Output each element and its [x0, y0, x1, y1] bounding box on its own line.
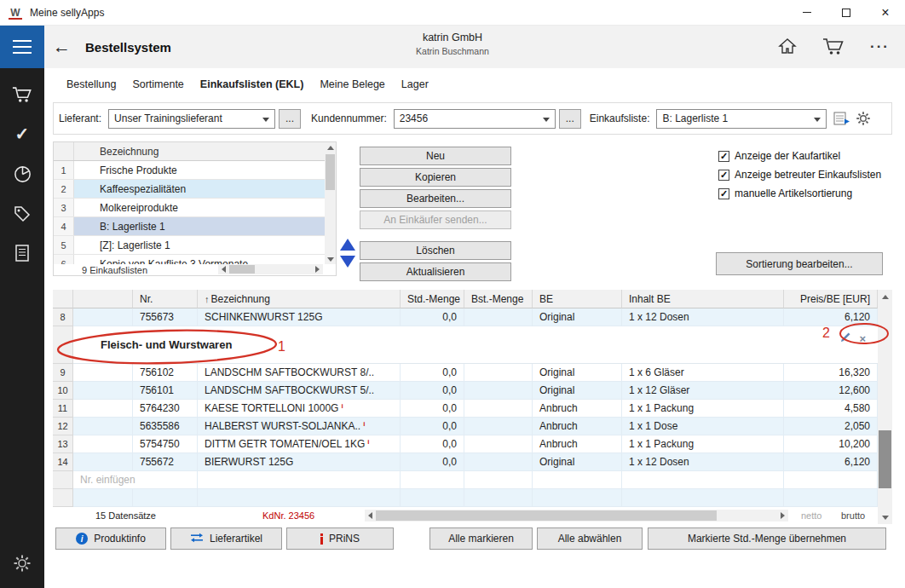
tab-lager[interactable]: Lager: [401, 78, 429, 90]
swap-arrows-icon: [190, 533, 204, 545]
insert-row-placeholder[interactable]: Nr. einfügen: [73, 471, 198, 489]
prins-button[interactable]: PRiNS: [286, 527, 394, 550]
lieferant-browse-button[interactable]: ...: [279, 109, 301, 129]
sidebar-tag-icon[interactable]: [0, 199, 44, 228]
table-row[interactable]: 11 5764230 KAESE TORTELLONI 1000Gi 0,0 A…: [53, 400, 878, 418]
insert-row[interactable]: Nr. einfügen: [53, 471, 878, 489]
table-row[interactable]: 8 755673 SCHINKENWURST 125G 0,0 Original…: [53, 308, 878, 326]
checkbox-manuelle-sortierung[interactable]: ✓ manuelle Artikelsortierung: [718, 184, 881, 203]
chevron-down-icon: [262, 118, 269, 122]
alle-markieren-button[interactable]: Alle markieren: [429, 527, 533, 550]
table-row[interactable]: 13 5754750 DITTM GETR TOMATEN/OEL 1KGi 0…: [53, 435, 878, 453]
edit-group-icon[interactable]: [840, 331, 851, 345]
sidebar-catalog-icon[interactable]: [0, 239, 44, 268]
einkaufsliste-dropdown[interactable]: B: Lagerliste 1: [656, 109, 827, 129]
lieferartikel-button[interactable]: Lieferartikel: [170, 527, 282, 550]
sidebar-check-icon[interactable]: ✓: [0, 119, 44, 148]
scroll-left-icon: [222, 266, 226, 273]
ekl-count-label: 9 Einkaufslisten: [82, 265, 147, 275]
sortierung-bearbeiten-button[interactable]: Sortierung bearbeiten...: [716, 252, 883, 275]
ekl-vertical-scrollbar[interactable]: [325, 142, 336, 265]
scroll-right-icon: [781, 512, 785, 519]
scroll-down-icon: [882, 516, 889, 520]
home-icon[interactable]: [778, 37, 797, 57]
table-row[interactable]: 14 755672 BIERWURST 125G 0,0 Original 1 …: [53, 453, 878, 471]
move-down-button[interactable]: [340, 256, 355, 268]
sidebar-cart-icon[interactable]: [0, 79, 44, 108]
ekl-list-item[interactable]: 1 Frische Produkte: [54, 161, 325, 180]
einkaufsliste-label: Einkaufsliste:: [590, 112, 650, 124]
loeschen-button[interactable]: Löschen: [360, 241, 511, 260]
prins-icon: [320, 533, 323, 545]
ekl-list-header[interactable]: Bezeichnung: [54, 142, 325, 161]
ekl-list-item-selected[interactable]: 4 B: Lagerliste 1: [54, 217, 325, 236]
checkbox-anzeige-kaufartikel[interactable]: ✓ Anzeige der Kaufartikel: [718, 147, 881, 165]
tab-sortimente[interactable]: Sortimente: [132, 78, 183, 90]
col-bezeichnung[interactable]: ↑Bezeichnung: [198, 290, 401, 308]
back-button[interactable]: ←: [53, 26, 71, 68]
article-flag-icon: i: [363, 420, 365, 428]
table-row[interactable]: 10 756101 LANDSCHM SAFTBOCKWURST 5/.. 0,…: [53, 382, 878, 400]
hamburger-icon: [13, 40, 32, 42]
minimize-icon: [803, 12, 811, 13]
filter-gear-icon[interactable]: [856, 111, 871, 126]
produktinfo-button[interactable]: i Produktinfo: [55, 527, 166, 550]
scrollbar-thumb[interactable]: [376, 510, 717, 521]
window-title: Meine sellyApps: [30, 7, 104, 19]
aktualisieren-button[interactable]: Aktualisieren: [360, 262, 511, 281]
ekl-horizontal-scrollbar[interactable]: [218, 264, 323, 274]
new-list-icon[interactable]: [833, 111, 850, 126]
cart-icon[interactable]: [822, 37, 844, 58]
col-inhalt-be[interactable]: Inhalt BE: [622, 290, 784, 308]
lieferant-dropdown[interactable]: Unser Trainingslieferant: [108, 109, 275, 129]
article-flag-icon: i: [341, 402, 343, 410]
scrollbar-thumb[interactable]: [879, 430, 891, 488]
move-up-button[interactable]: [340, 239, 355, 251]
record-count: 15 Datensätze: [95, 510, 156, 521]
table-horizontal-scrollbar[interactable]: [365, 510, 788, 522]
tab-bestellung[interactable]: Bestellung: [66, 78, 116, 90]
table-vertical-scrollbar[interactable]: [878, 290, 892, 524]
window-titlebar: W Meine sellyApps ×: [0, 0, 905, 26]
settings-gear-icon[interactable]: [0, 549, 44, 578]
markierte-uebernehmen-button[interactable]: Markierte Std.-Menge übernehmen: [648, 527, 886, 550]
kopieren-button[interactable]: Kopieren: [360, 168, 511, 187]
bearbeiten-button[interactable]: Bearbeiten...: [360, 189, 511, 208]
sidebar-piechart-icon[interactable]: [0, 159, 44, 188]
delete-group-icon[interactable]: ×: [859, 333, 866, 344]
kundennummer-browse-button[interactable]: ...: [559, 109, 581, 129]
group-title: Fleisch- und Wurstwaren: [101, 338, 232, 351]
checkbox-anzeige-betreuter[interactable]: ✓ Anzeige betreuter Einkaufslisten: [718, 165, 881, 184]
user-name: Katrin Buschmann: [325, 46, 580, 56]
kdnr-label: KdNr. 23456: [262, 510, 314, 521]
more-options-button[interactable]: ···: [870, 38, 890, 55]
ekl-list-item[interactable]: 3 Molkereiprodukte: [54, 199, 325, 217]
minimize-button[interactable]: [787, 0, 827, 26]
filter-bar: Lieferant: Unser Trainingslieferant ... …: [53, 102, 892, 135]
scroll-left-icon: [368, 512, 372, 519]
brutto-label[interactable]: brutto: [841, 510, 865, 521]
tab-meine-belege[interactable]: Meine Belege: [320, 78, 384, 90]
col-bst-menge[interactable]: Bst.-Menge: [464, 290, 533, 308]
netto-label[interactable]: netto: [801, 510, 821, 521]
col-be[interactable]: BE: [533, 290, 622, 308]
col-nr[interactable]: Nr.: [133, 290, 198, 308]
hamburger-menu-button[interactable]: [0, 26, 44, 68]
close-button[interactable]: ×: [866, 0, 905, 26]
col-preis[interactable]: Preis/BE [EUR]: [784, 290, 878, 308]
table-row[interactable]: 9 756102 LANDSCHM SAFTBOCKWURST 8/.. 0,0…: [53, 364, 878, 382]
ekl-list-item[interactable]: 2 Kaffeespezialitäten: [54, 180, 325, 199]
ekl-list-item[interactable]: 5 [Z]: Lagerliste 1: [54, 236, 325, 255]
tab-einkaufslisten[interactable]: Einkaufslisten (EKL): [200, 78, 304, 90]
kundennummer-dropdown[interactable]: 23456: [394, 109, 556, 129]
display-options: ✓ Anzeige der Kaufartikel ✓ Anzeige betr…: [718, 147, 881, 203]
scroll-down-icon: [327, 257, 334, 262]
scroll-up-icon: [327, 146, 334, 150]
table-row[interactable]: 12 5635586 HALBERST WURST-SOLJANKA..i 0,…: [53, 418, 878, 435]
neu-button[interactable]: Neu: [360, 147, 511, 165]
scroll-right-icon: [315, 266, 320, 273]
nav-sidebar: ✓: [0, 68, 44, 588]
alle-abwaehlen-button[interactable]: Alle abwählen: [537, 527, 643, 550]
col-std-menge[interactable]: Std.-Menge: [401, 290, 464, 308]
maximize-button[interactable]: [827, 0, 866, 26]
